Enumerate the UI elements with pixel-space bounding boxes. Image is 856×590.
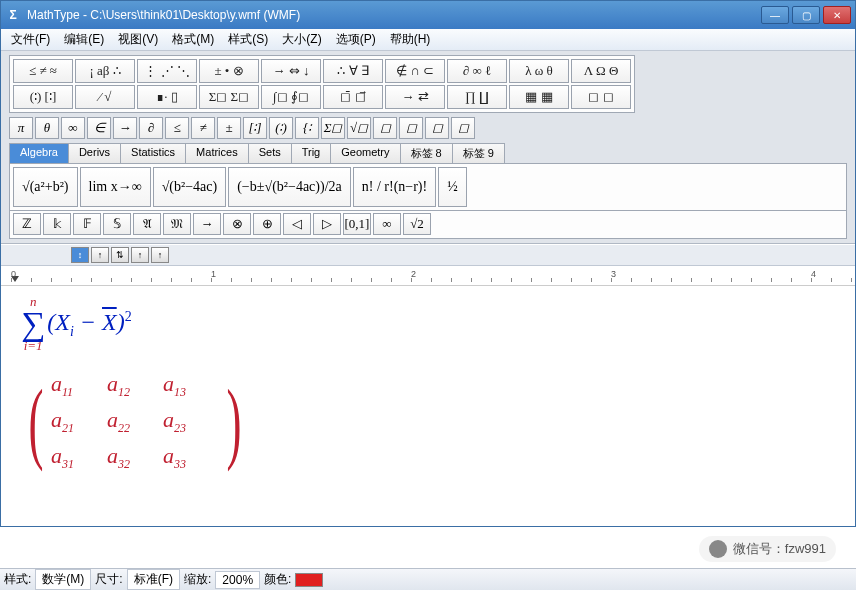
symbol-btn-9[interactable]: [∶] xyxy=(243,117,267,139)
template-0[interactable]: √(a²+b²) xyxy=(13,167,78,207)
tab-geometry[interactable]: Geometry xyxy=(330,143,400,163)
sym-5[interactable]: 𝔐 xyxy=(163,213,191,235)
palette-btn-0-9[interactable]: Λ Ω Θ xyxy=(571,59,631,83)
palette-btn-1-1[interactable]: ⁄ √ xyxy=(75,85,135,109)
template-3[interactable]: (−b±√(b²−4ac))/2a xyxy=(228,167,351,207)
symbol-btn-6[interactable]: ≤ xyxy=(165,117,189,139)
sym-6[interactable]: → xyxy=(193,213,221,235)
sym-0[interactable]: ℤ xyxy=(13,213,41,235)
close-button[interactable]: ✕ xyxy=(823,6,851,24)
sym-7[interactable]: ⊗ xyxy=(223,213,251,235)
menu-view[interactable]: 视图(V) xyxy=(112,29,164,50)
palette-btn-1-2[interactable]: ∎· ▯ xyxy=(137,85,197,109)
symbol-btn-3[interactable]: ∈ xyxy=(87,117,111,139)
tab-algebra[interactable]: Algebra xyxy=(9,143,69,163)
tab-statistics[interactable]: Statistics xyxy=(120,143,186,163)
matrix-cell-4[interactable]: a22 xyxy=(107,407,163,436)
template-1[interactable]: lim x→∞ xyxy=(80,167,151,207)
align-btn-2[interactable]: ↑ xyxy=(91,247,109,263)
tab-trig[interactable]: Trig xyxy=(291,143,332,163)
palette-btn-1-3[interactable]: Σ◻ Σ◻ xyxy=(199,85,259,109)
sym-3[interactable]: 𝕊 xyxy=(103,213,131,235)
align-btn-1[interactable]: ↕ xyxy=(71,247,89,263)
template-5[interactable]: ½ xyxy=(438,167,467,207)
tab-标签 8[interactable]: 标签 8 xyxy=(400,143,453,163)
menu-size[interactable]: 大小(Z) xyxy=(276,29,327,50)
template-2[interactable]: √(b²−4ac) xyxy=(153,167,227,207)
symbol-btn-8[interactable]: ± xyxy=(217,117,241,139)
matrix-cell-3[interactable]: a21 xyxy=(51,407,107,436)
symbol-btn-5[interactable]: ∂ xyxy=(139,117,163,139)
palette-btn-0-1[interactable]: ¡ aβ ∴ xyxy=(75,59,135,83)
matrix-cell-1[interactable]: a12 xyxy=(107,371,163,400)
palette-btn-1-8[interactable]: ▦ ▦ xyxy=(509,85,569,109)
palette-btn-1-7[interactable]: ∏ ∐ xyxy=(447,85,507,109)
sym-13[interactable]: √2 xyxy=(403,213,431,235)
sym-9[interactable]: ◁ xyxy=(283,213,311,235)
palette-btn-0-0[interactable]: ≤ ≠ ≈ xyxy=(13,59,73,83)
sym-8[interactable]: ⊕ xyxy=(253,213,281,235)
menu-help[interactable]: 帮助(H) xyxy=(384,29,437,50)
palette-btn-1-0[interactable]: (∶) [∶] xyxy=(13,85,73,109)
palette-btn-0-8[interactable]: λ ω θ xyxy=(509,59,569,83)
symbol-btn-14[interactable]: ◻ xyxy=(373,117,397,139)
palette-btn-1-4[interactable]: ∫◻ ∮◻ xyxy=(261,85,321,109)
ruler[interactable]: 01234 xyxy=(1,266,855,286)
palette-btn-0-7[interactable]: ∂ ∞ ℓ xyxy=(447,59,507,83)
status-zoom-value[interactable]: 200% xyxy=(215,571,260,589)
minimize-button[interactable]: — xyxy=(761,6,789,24)
menu-options[interactable]: 选项(P) xyxy=(330,29,382,50)
tab-matrices[interactable]: Matrices xyxy=(185,143,249,163)
sym-4[interactable]: 𝔄 xyxy=(133,213,161,235)
align-btn-5[interactable]: ↑ xyxy=(151,247,169,263)
palette-btn-1-9[interactable]: ◻ ◻ xyxy=(571,85,631,109)
matrix-cell-8[interactable]: a33 xyxy=(163,443,219,472)
palette-btn-0-3[interactable]: ± • ⊗ xyxy=(199,59,259,83)
symbol-btn-15[interactable]: ◻ xyxy=(399,117,423,139)
palette-btn-0-5[interactable]: ∴ ∀ ∃ xyxy=(323,59,383,83)
sym-10[interactable]: ▷ xyxy=(313,213,341,235)
align-btn-3[interactable]: ⇅ xyxy=(111,247,129,263)
sym-2[interactable]: 𝔽 xyxy=(73,213,101,235)
symbol-btn-10[interactable]: (∶) xyxy=(269,117,293,139)
status-style-value[interactable]: 数学(M) xyxy=(35,569,91,590)
symbol-btn-11[interactable]: {∶ xyxy=(295,117,319,139)
tab-derivs[interactable]: Derivs xyxy=(68,143,121,163)
menu-edit[interactable]: 编辑(E) xyxy=(58,29,110,50)
matrix-cell-0[interactable]: a11 xyxy=(51,371,107,400)
palette-btn-1-6[interactable]: → ⇄ xyxy=(385,85,445,109)
symbol-btn-17[interactable]: ◻ xyxy=(451,117,475,139)
maximize-button[interactable]: ▢ xyxy=(792,6,820,24)
palette-btn-0-2[interactable]: ⋮ ⋰ ⋱ xyxy=(137,59,197,83)
symbol-btn-4[interactable]: → xyxy=(113,117,137,139)
menu-file[interactable]: 文件(F) xyxy=(5,29,56,50)
palette-btn-0-6[interactable]: ∉ ∩ ⊂ xyxy=(385,59,445,83)
sym-12[interactable]: ∞ xyxy=(373,213,401,235)
matrix-cell-7[interactable]: a32 xyxy=(107,443,163,472)
symbol-btn-0[interactable]: π xyxy=(9,117,33,139)
symbol-btn-13[interactable]: √◻ xyxy=(347,117,371,139)
equation-matrix[interactable]: ( a11a12a13a21a22a23a31a32a33 ) xyxy=(21,368,835,476)
symbol-btn-7[interactable]: ≠ xyxy=(191,117,215,139)
palette-btn-1-5[interactable]: ◻̄ ◻⃗ xyxy=(323,85,383,109)
sym-1[interactable]: 𝕜 xyxy=(43,213,71,235)
tab-sets[interactable]: Sets xyxy=(248,143,292,163)
symbol-btn-2[interactable]: ∞ xyxy=(61,117,85,139)
matrix-cell-5[interactable]: a23 xyxy=(163,407,219,436)
sym-11[interactable]: [0,1] xyxy=(343,213,371,235)
equation-editor[interactable]: n ∑ i=1 (Xi − X)2 ( a11a12a13a21a22a23a3… xyxy=(1,286,855,526)
matrix-cell-2[interactable]: a13 xyxy=(163,371,219,400)
align-btn-4[interactable]: ↑ xyxy=(131,247,149,263)
matrix-cell-6[interactable]: a31 xyxy=(51,443,107,472)
tab-标签 9[interactable]: 标签 9 xyxy=(452,143,505,163)
symbol-btn-1[interactable]: θ xyxy=(35,117,59,139)
symbol-btn-12[interactable]: Σ◻ xyxy=(321,117,345,139)
menu-format[interactable]: 格式(M) xyxy=(166,29,220,50)
template-4[interactable]: n! / r!(n−r)! xyxy=(353,167,436,207)
menu-style[interactable]: 样式(S) xyxy=(222,29,274,50)
palette-btn-0-4[interactable]: → ⇔ ↓ xyxy=(261,59,321,83)
status-color-swatch[interactable] xyxy=(295,573,323,587)
equation-sum[interactable]: n ∑ i=1 (Xi − X)2 xyxy=(21,294,835,354)
symbol-btn-16[interactable]: ◻ xyxy=(425,117,449,139)
status-size-value[interactable]: 标准(F) xyxy=(127,569,180,590)
